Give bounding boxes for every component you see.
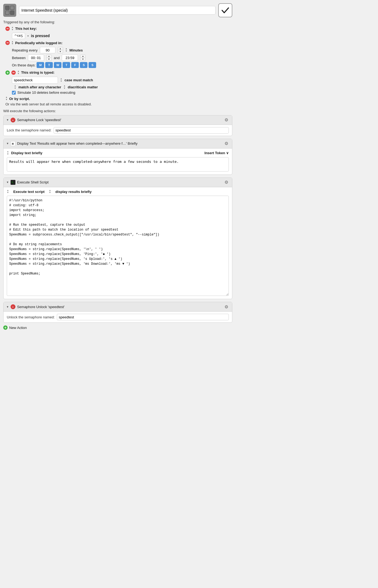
simulate-row: Simulate 10 deletes before executing xyxy=(12,91,232,95)
new-action-button[interactable]: + xyxy=(3,325,8,330)
semaphore-unlock-title: Semaphore Unlock 'speedtest' xyxy=(17,305,222,309)
shell-script-body: ▲▼ Execute text script ▲▼ display result… xyxy=(4,187,232,299)
gear-button-display[interactable]: ⚙ xyxy=(223,141,229,147)
between-label: Between xyxy=(12,56,26,60)
new-action-label[interactable]: New Action xyxy=(9,326,27,330)
action-semaphore-lock-header: ▼ ⬥ Semaphore Lock 'speedtest' ⚙ xyxy=(4,115,232,125)
simulate-label[interactable]: Simulate 10 deletes before executing xyxy=(17,91,75,95)
trigger-periodic-header: ▲▼ Periodically while logged in: xyxy=(5,41,232,46)
shell-script-icon: >_ xyxy=(11,180,15,185)
simulate-checkbox[interactable] xyxy=(12,91,16,95)
or-web-label: Or via the web server but all remote acc… xyxy=(5,102,232,106)
svg-rect-1 xyxy=(10,6,14,10)
add-string-button[interactable]: + xyxy=(5,70,10,75)
will-execute-label: Will execute the following actions: xyxy=(3,109,232,113)
shell-script-textarea[interactable] xyxy=(7,196,229,296)
insert-token-button[interactable]: Insert Token ∨ xyxy=(204,151,229,155)
day-friday[interactable]: F xyxy=(71,62,79,68)
diacriticals-label[interactable]: diacriticals matter xyxy=(68,85,98,89)
top-bar xyxy=(3,3,232,17)
case-sort-icon[interactable]: ▲▼ xyxy=(60,78,62,83)
script-sort-icon[interactable]: ▲▼ xyxy=(5,96,8,101)
display-results-sort[interactable]: ▲▼ xyxy=(49,189,51,194)
spin-down[interactable]: ▼ xyxy=(58,50,63,53)
unlock-value-input[interactable] xyxy=(57,314,229,320)
semaphore-lock-icon: ⬥ xyxy=(11,118,15,122)
display-text-area[interactable] xyxy=(7,157,229,172)
action-display-text: ▼ ▣ Display Text 'Results will appear he… xyxy=(3,139,232,175)
time-end-input[interactable] xyxy=(62,54,78,61)
action-semaphore-lock: ▼ ⬥ Semaphore Lock 'speedtest' ⚙ Lock th… xyxy=(3,115,232,136)
day-thursday[interactable]: T xyxy=(63,62,70,68)
is-pressed-label: is pressed xyxy=(31,34,50,38)
time-start-input[interactable] xyxy=(28,54,44,61)
time-start-up[interactable]: ▲ xyxy=(47,55,51,58)
display-results-label[interactable]: display results briefly xyxy=(55,190,92,194)
collapse-arrow-unlock[interactable]: ▼ xyxy=(6,305,9,308)
repeating-spin[interactable]: ▲ ▼ xyxy=(58,47,63,53)
time-end-up[interactable]: ▲ xyxy=(80,55,85,58)
repeating-label: Repeating every xyxy=(12,48,38,52)
trigger-periodic-label: Periodically while logged in: xyxy=(15,41,63,45)
unlock-field-row: Unlock the semaphore named: xyxy=(7,314,229,320)
day-saturday[interactable]: S xyxy=(80,62,87,68)
semaphore-unlock-body: Unlock the semaphore named: xyxy=(4,312,232,322)
time-end-down[interactable]: ▼ xyxy=(80,58,85,61)
minutes-sort-icon[interactable]: ▲▼ xyxy=(65,48,67,53)
between-row: Between ▲ ▼ and ▲ ▼ xyxy=(12,54,232,61)
execute-sort[interactable]: ▲▼ xyxy=(7,189,9,194)
day-sunday[interactable]: S xyxy=(89,62,96,68)
sort-hotkey-icon[interactable]: ▲▼ xyxy=(11,26,14,31)
gear-button-shell[interactable]: ⚙ xyxy=(223,179,229,185)
day-tuesday[interactable]: T xyxy=(45,62,53,68)
match-after-label[interactable]: match after any character xyxy=(18,85,61,89)
semaphore-lock-body: Lock the semaphore named: xyxy=(4,125,232,136)
display-text-icon: ▣ xyxy=(11,141,15,146)
lock-value-input[interactable] xyxy=(54,127,229,134)
repeating-value-input[interactable] xyxy=(40,47,56,53)
display-text-options-row: ▲▼ Display text briefly Insert Token ∨ xyxy=(7,151,229,156)
day-monday[interactable]: M xyxy=(37,62,44,68)
action-shell-header: ▼ >_ Execute Shell Script ⚙ xyxy=(4,178,232,187)
time-start-down[interactable]: ▼ xyxy=(47,58,51,61)
string-value-input[interactable] xyxy=(12,77,58,84)
collapse-arrow-display[interactable]: ▼ xyxy=(6,142,9,145)
execute-text-label[interactable]: Execute text script xyxy=(13,190,45,194)
svg-rect-3 xyxy=(10,11,14,15)
trigger-string-section: + ▲▼ This string is typed: ▲▼ case must … xyxy=(5,70,232,95)
or-script-label: Or by script. xyxy=(9,97,30,101)
gear-button-unlock[interactable]: ⚙ xyxy=(223,304,229,310)
remove-hotkey-button[interactable] xyxy=(5,27,10,31)
script-trigger-row: ▲▼ Or by script. xyxy=(5,96,232,101)
remove-string-button[interactable] xyxy=(11,70,16,75)
triggered-by-label: Triggered by any of the following: xyxy=(3,20,232,24)
case-must-match-label[interactable]: case must match xyxy=(64,78,93,82)
hotkey-dropdown-arrow[interactable]: ▾ xyxy=(27,34,29,37)
spin-up[interactable]: ▲ xyxy=(58,47,63,50)
action-shell-script: ▼ >_ Execute Shell Script ⚙ ▲▼ Execute t… xyxy=(3,177,232,299)
gear-button-lock[interactable]: ⚙ xyxy=(223,117,229,123)
display-text-sort[interactable]: ▲▼ xyxy=(7,151,9,156)
time-start-spin[interactable]: ▲ ▼ xyxy=(46,54,52,61)
trigger-periodic-section: ▲▼ Periodically while logged in: Repeati… xyxy=(5,41,232,68)
collapse-arrow-shell[interactable]: ▼ xyxy=(6,181,9,184)
days-row: On these days: M T W T F S S xyxy=(12,62,232,68)
day-wednesday[interactable]: W xyxy=(54,62,61,68)
match-sort-icon[interactable]: ▲▼ xyxy=(14,85,16,90)
sort-string-icon[interactable]: ▲▼ xyxy=(17,70,19,75)
svg-rect-2 xyxy=(5,11,9,15)
remove-periodic-button[interactable] xyxy=(5,41,10,45)
title-input[interactable] xyxy=(19,6,216,15)
trigger-hotkey-label: This hot key: xyxy=(15,27,37,31)
diacriticals-sort-icon[interactable]: ▲▼ xyxy=(63,85,66,90)
display-text-briefly-label[interactable]: Display text briefly xyxy=(11,151,43,155)
semaphore-lock-title: Semaphore Lock 'speedtest' xyxy=(17,118,222,122)
display-text-body: ▲▼ Display text briefly Insert Token ∨ xyxy=(4,148,232,175)
sort-periodic-icon[interactable]: ▲▼ xyxy=(11,41,14,46)
time-end-spin[interactable]: ▲ ▼ xyxy=(80,54,86,61)
app-icon xyxy=(3,4,16,17)
hotkey-display[interactable]: ^⌥⌘S xyxy=(12,33,25,39)
collapse-arrow-lock[interactable]: ▼ xyxy=(6,118,9,121)
confirm-button[interactable] xyxy=(218,3,232,17)
minutes-label: Minutes xyxy=(70,48,83,52)
